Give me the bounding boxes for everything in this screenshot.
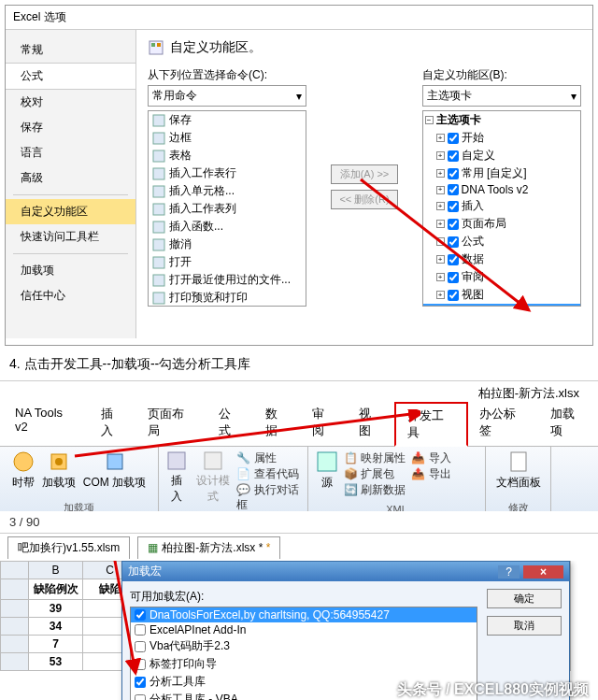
addin-checkbox[interactable] xyxy=(135,624,146,636)
tab-formulas[interactable]: 公式 xyxy=(207,402,254,446)
btn-xml-source[interactable]: 源 xyxy=(316,450,338,497)
cell[interactable]: 39 xyxy=(29,600,83,618)
tree-checkbox[interactable] xyxy=(448,272,459,283)
ok-button[interactable]: 确定 xyxy=(487,589,562,608)
controls-side[interactable]: 🔧 属性 📄 查看代码 💬 执行对话框 xyxy=(236,450,300,511)
tree-checkbox[interactable] xyxy=(448,290,459,301)
commands-select[interactable]: 常用命令▾ xyxy=(148,85,306,107)
tree-checkbox[interactable] xyxy=(448,254,459,265)
cancel-button[interactable]: 取消 xyxy=(487,616,562,636)
row-header[interactable] xyxy=(1,618,29,636)
sheet-tab-2[interactable]: ▦柏拉图-新方法.xlsx * * xyxy=(137,536,280,559)
command-item[interactable]: 打开最近使用过的文件... xyxy=(149,271,306,289)
command-item[interactable]: 插入工作表列 xyxy=(149,200,306,218)
btn-doc-panel[interactable]: 文档面板 xyxy=(493,450,543,491)
command-item[interactable]: 打开 xyxy=(149,253,306,271)
tree-checkbox[interactable] xyxy=(448,184,459,195)
tree-item[interactable]: +插入 xyxy=(423,197,580,215)
command-item[interactable]: 边框 xyxy=(149,129,306,147)
add-button[interactable]: 添加(A) >> xyxy=(331,164,397,184)
tree-checkbox[interactable] xyxy=(448,150,459,162)
command-item[interactable]: 插入工作表行 xyxy=(149,164,306,182)
tree-item[interactable]: +视图 xyxy=(423,286,580,304)
row-header[interactable] xyxy=(1,653,29,671)
commands-list[interactable]: 保存边框表格插入工作表行插入单元格...插入工作表列插入函数...撤消打开打开最… xyxy=(148,110,306,307)
btn-addins[interactable]: 加载项 xyxy=(42,450,76,491)
tab-review[interactable]: 审阅 xyxy=(301,402,348,446)
cell[interactable]: 34 xyxy=(29,618,83,636)
addin-item[interactable]: DnaToolsForExcel,by charltsing, QQ:56495… xyxy=(131,607,477,622)
command-item[interactable]: 插入单元格... xyxy=(149,182,306,200)
btn-help[interactable]: 时帮 xyxy=(12,450,35,491)
command-item[interactable]: 撤消 xyxy=(149,236,306,253)
addin-checkbox[interactable] xyxy=(135,641,146,652)
tree-item[interactable]: +自定义 xyxy=(423,147,580,164)
addins-dialog: 加载宏 ?× 可用加载宏(A): DnaToolsForExcel,by cha… xyxy=(121,561,570,700)
tree-checkbox[interactable] xyxy=(448,236,459,248)
svg-rect-6 xyxy=(153,168,164,179)
ribbon-tree[interactable]: −主选项卡+开始+自定义+常用 [自定义]+DNA Tools v2+插入+页面… xyxy=(422,110,581,307)
tab-pagelayout[interactable]: 页面布局 xyxy=(136,402,207,446)
remove-button[interactable]: << 删除(R) xyxy=(331,190,397,209)
command-item[interactable]: 表格 xyxy=(149,147,306,164)
column-header[interactable] xyxy=(1,562,29,579)
tree-checkbox[interactable] xyxy=(448,133,459,144)
svg-rect-10 xyxy=(153,239,164,250)
xml-side2[interactable]: 📥 导入 📤 导出 xyxy=(411,450,450,497)
addin-item[interactable]: Vba代码助手2.3 xyxy=(131,637,477,655)
btn-com-addins[interactable]: COM 加载项 xyxy=(83,450,146,491)
tree-item[interactable]: +常用 [自定义] xyxy=(423,164,580,182)
svg-rect-9 xyxy=(153,221,164,233)
addin-checkbox[interactable] xyxy=(135,677,146,688)
btn-design-mode[interactable]: 设计模式 xyxy=(194,450,231,505)
help-button[interactable]: ? xyxy=(498,565,520,579)
nav-proofing[interactable]: 校对 xyxy=(6,90,135,115)
addin-checkbox[interactable] xyxy=(135,694,146,701)
tree-checkbox[interactable] xyxy=(448,219,459,230)
tree-item[interactable]: +公式 xyxy=(423,233,580,250)
tab-dnatools[interactable]: NA Tools v2 xyxy=(4,402,90,446)
nav-qat[interactable]: 快速访问工具栏 xyxy=(6,224,135,250)
tree-item[interactable]: +审阅 xyxy=(423,268,580,286)
addin-item[interactable]: ExcelAPInet Add-In xyxy=(131,622,477,637)
nav-save[interactable]: 保存 xyxy=(6,115,135,140)
cell[interactable]: 53 xyxy=(29,653,83,671)
column-header[interactable]: B xyxy=(29,562,83,579)
tab-developer[interactable]: 开发工具 xyxy=(394,402,469,447)
btn-insert-control[interactable]: 插入 xyxy=(166,450,187,505)
tree-checkbox[interactable] xyxy=(448,168,459,179)
row-header[interactable] xyxy=(1,600,29,618)
command-item[interactable]: 保存 xyxy=(149,111,306,129)
sheet-tab-1[interactable]: 吧加换行)v1.55.xlsm xyxy=(7,536,130,559)
xml-side[interactable]: 📋 映射属性 📦 扩展包 🔄 刷新数据 xyxy=(344,450,406,497)
nav-language[interactable]: 语言 xyxy=(6,140,135,165)
tab-data[interactable]: 数据 xyxy=(254,402,301,446)
tree-item[interactable]: +DNA Tools v2 xyxy=(423,182,580,197)
tree-item[interactable]: +数据 xyxy=(423,250,580,268)
nav-advanced[interactable]: 高级 xyxy=(6,165,135,191)
ribbon-select[interactable]: 主选项卡▾ xyxy=(422,85,581,107)
nav-general[interactable]: 常规 xyxy=(6,37,135,63)
tab-addins[interactable]: 加载项 xyxy=(539,402,598,446)
addin-checkbox[interactable] xyxy=(135,609,146,621)
tree-checkbox[interactable] xyxy=(448,201,459,212)
nav-addins[interactable]: 加载项 xyxy=(6,258,135,283)
tab-view[interactable]: 视图 xyxy=(348,402,394,446)
command-item[interactable]: 打印预览和打印 xyxy=(149,289,306,307)
tab-officetab[interactable]: 办公标签 xyxy=(468,402,539,446)
cell[interactable]: 7 xyxy=(29,636,83,653)
command-item[interactable]: 插入函数... xyxy=(149,218,306,236)
addin-checkbox[interactable] xyxy=(135,659,146,670)
tree-item[interactable]: +开始 xyxy=(423,129,580,147)
nav-trust[interactable]: 信任中心 xyxy=(6,283,135,308)
nav-customize-ribbon[interactable]: 自定义功能区 xyxy=(6,199,135,224)
close-button[interactable]: × xyxy=(523,565,563,579)
addins-dialog-titlebar[interactable]: 加载宏 ?× xyxy=(122,562,569,581)
tab-insert[interactable]: 插入 xyxy=(90,402,136,446)
tree-item[interactable]: +开发工具 xyxy=(423,304,580,307)
nav-formulas[interactable]: 公式 xyxy=(6,63,135,90)
addin-item[interactable]: 标签打印向导 xyxy=(131,655,477,673)
available-addins-label: 可用加载宏(A): xyxy=(130,589,477,605)
row-header[interactable] xyxy=(1,636,29,653)
tree-item[interactable]: +页面布局 xyxy=(423,215,580,233)
